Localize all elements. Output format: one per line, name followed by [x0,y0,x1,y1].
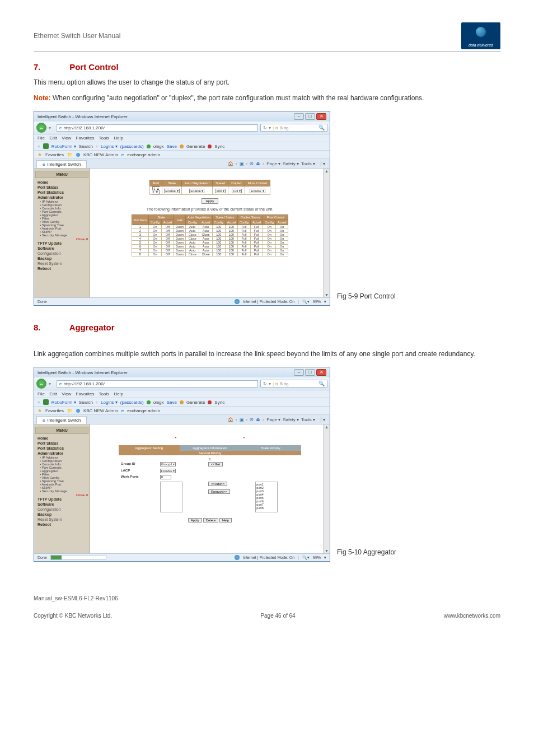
search-box-2[interactable]: ↻ ▾ | b Bing 🔍 [260,380,327,388]
cmd-safety[interactable]: Safety ▾ [283,161,299,166]
toolbar-x[interactable]: × [38,144,40,149]
fav-kbc-2[interactable]: KBC NEW Admin [83,408,118,413]
toolbar-logins-2[interactable]: Logins ▾ [101,400,118,405]
agg-selected-ports-list[interactable] [160,482,182,512]
window-close-button[interactable]: ✕ [316,113,326,120]
nav-forward-button-2[interactable]: ▾ [49,381,54,386]
menu-close[interactable]: Close ✕ [35,237,88,241]
cmd-home-icon[interactable]: 🏠 [228,161,233,166]
fav-exchange[interactable]: exchange admin [127,152,160,157]
cmd-tools-2[interactable]: Tools ▾ [301,417,315,422]
agg-get-button[interactable]: <<Get [208,462,223,466]
agg-workports-input[interactable]: 0 [160,475,171,479]
agg-available-ports-list[interactable]: port1port2port3port4port5port6port7port8 [255,482,278,512]
menu-reboot-2[interactable]: Reboot [35,522,88,527]
fav-exchange-2[interactable]: exchange admin [127,408,160,413]
menu-backup[interactable]: Backup [35,256,88,261]
menu-tftp[interactable]: TFTP Update [35,241,88,246]
cmd-tools[interactable]: Tools ▾ [301,161,315,166]
agg-tab-info[interactable]: Aggregator Information [180,445,241,451]
menu-backup-2[interactable]: Backup [35,512,88,517]
toolbar-passcards[interactable]: (passcards) [120,144,144,149]
menu-software[interactable]: Software [35,246,88,251]
menu-port-status-2[interactable]: Port Status [35,441,88,446]
toolbar-generate[interactable]: Generate [186,144,205,149]
fav-kbc[interactable]: KBC NEW Admin [83,152,118,157]
toolbar-logins[interactable]: Logins ▾ [101,144,118,149]
menu-tools[interactable]: Tools [99,136,110,141]
toolbar-sync[interactable]: Sync [214,144,224,149]
address-bar-2[interactable]: e http://192.168.1.200/ [57,380,258,388]
cmd-print-icon[interactable]: 🖶 [256,161,260,166]
cmd-print-icon-2[interactable]: 🖶 [256,417,260,422]
agg-tab-state[interactable]: State Activity [240,445,301,451]
agg-groupid-select[interactable]: Group1 ▾ [160,462,176,466]
cmd-page-2[interactable]: Page ▾ [266,417,280,422]
window-minimize-button[interactable]: – [294,113,304,120]
address-bar[interactable]: e http://192.168.1.200/ [57,124,258,132]
toolbar-search[interactable]: Search [79,144,93,149]
menu-port-statistics-2[interactable]: Port Statistics [35,446,88,451]
menu-reset[interactable]: Reset System [35,261,88,266]
window-maximize-button[interactable]: □ [305,113,315,120]
menu-administrator-2[interactable]: Administrator [35,451,88,456]
vertical-scrollbar[interactable] [323,169,330,297]
search-icon-2[interactable]: 🔍 [318,381,325,386]
cmd-mail-icon[interactable]: ✉ [250,161,254,166]
window-titlebar[interactable]: Intelligent Switch - Windows Internet Ex… [34,111,330,122]
toolbar-search-2[interactable]: Search [79,400,93,405]
search-box[interactable]: ↻ ▾ | b Bing 🔍 [260,124,327,132]
menu-port-statistics[interactable]: Port Statistics [35,190,88,195]
zoom-dropdown[interactable]: ▾ [324,300,326,304]
zoom-icon-2[interactable]: 🔍▾ [302,556,310,560]
favorites-label-2[interactable]: Favorites [45,408,64,413]
flow-select[interactable]: Enable ▾ [250,189,265,193]
active-tab[interactable]: e Intelligent Switch [36,160,87,168]
toolbar-sync-2[interactable]: Sync [214,400,224,405]
zoom-icon[interactable]: 🔍▾ [302,300,310,304]
menu-reboot[interactable]: Reboot [35,266,88,271]
menu-favorites[interactable]: Favorites [76,136,95,141]
window-maximize-button-2[interactable]: □ [305,369,315,376]
menu-home[interactable]: Home [35,180,88,185]
toolbar-generate-2[interactable]: Generate [186,400,205,405]
list-item[interactable]: port8 [256,506,277,510]
menu-favorites-2[interactable]: Favorites [76,391,95,396]
roboform-label[interactable]: RoboForm ▾ [51,144,76,149]
toolbar-passcards-2[interactable]: (passcards) [120,400,144,405]
agg-help-button[interactable]: Help [219,518,232,522]
menu-help-2[interactable]: Help [114,391,123,396]
cmd-page[interactable]: Page ▾ [266,161,280,166]
agg-apply-button[interactable]: Apply [188,518,202,522]
window-close-button-2[interactable]: ✕ [316,369,326,376]
auto-select[interactable]: Enable ▾ [189,189,204,193]
cmd-feed-icon-2[interactable]: ▣ [240,417,244,422]
agg-add-button[interactable]: <<Add<< [208,482,228,486]
agg-lacp-select[interactable]: Disable ▾ [160,469,176,473]
nav-back-button[interactable]: ← [36,123,46,133]
favorites-star-icon-2[interactable]: ★ [38,408,42,413]
cmd-mail-icon-2[interactable]: ✉ [250,417,254,422]
vertical-scrollbar-2[interactable] [323,424,330,553]
apply-button[interactable]: Apply [202,198,218,204]
cmd-help[interactable]: ❔▾ [317,161,325,166]
window-titlebar-2[interactable]: Intelligent Switch - Windows Internet Ex… [34,367,330,377]
agg-delete-button[interactable]: Delete [203,518,218,522]
menu-view[interactable]: View [62,136,71,141]
window-minimize-button-2[interactable]: – [294,369,304,376]
menu-software-2[interactable]: Software [35,502,88,507]
toolbar-save-2[interactable]: Save [167,400,177,405]
menu-tools-2[interactable]: Tools [99,391,110,396]
menu-edit-2[interactable]: Edit [49,391,57,396]
menu-configuration-2[interactable]: Configuration [35,507,88,512]
favorites-star-icon[interactable]: ★ [38,152,42,157]
menu-reset-2[interactable]: Reset System [35,517,88,522]
agg-remove-button[interactable]: Remove>> [208,489,230,494]
roboform-label-2[interactable]: RoboForm ▾ [51,400,76,405]
toolbar-olegk-2[interactable]: olegk [153,400,164,405]
menu-home-2[interactable]: Home [35,436,88,441]
menu-file[interactable]: File [38,136,45,141]
zoom-dropdown-2[interactable]: ▾ [324,556,326,560]
active-tab-2[interactable]: e Intelligent Switch [36,416,87,424]
menu-help[interactable]: Help [114,136,123,141]
